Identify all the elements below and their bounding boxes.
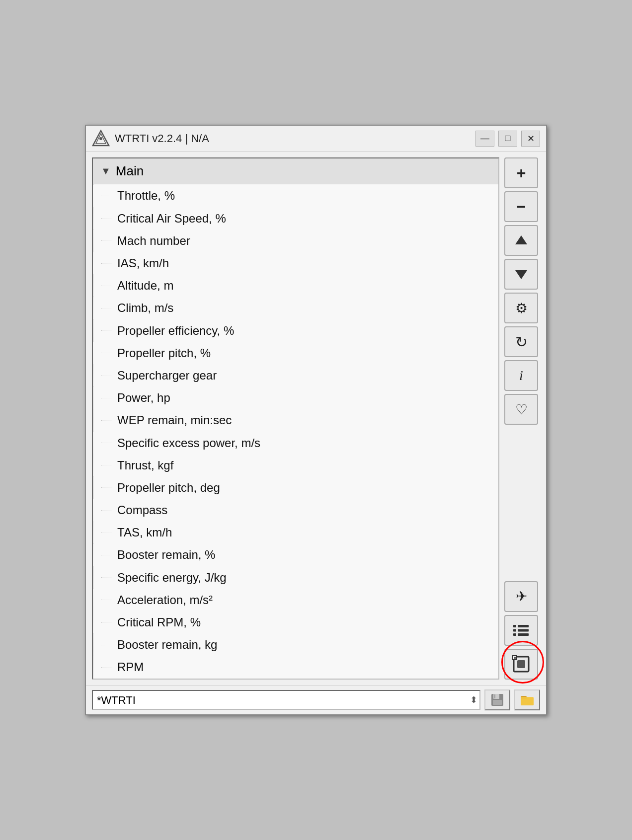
title-left: WTRTI v2.2.4 | N/A	[92, 130, 209, 148]
list-item[interactable]: Throttle, %	[93, 184, 498, 207]
airplane-button[interactable]: ✈	[504, 581, 538, 612]
main-area: ▼ Main Throttle, %Critical Air Speed, %M…	[86, 152, 546, 685]
svg-rect-19	[494, 694, 495, 698]
list-item[interactable]: Climb, m/s	[93, 297, 498, 319]
list-item[interactable]: Specific energy, J/kg	[93, 566, 498, 589]
capture-icon	[512, 655, 530, 673]
minimize-button[interactable]: —	[475, 131, 494, 147]
list-item[interactable]: Compass	[93, 499, 498, 521]
svg-rect-5	[513, 625, 516, 627]
list-item[interactable]: Propeller efficiency, %	[93, 319, 498, 342]
move-up-button[interactable]	[504, 225, 538, 256]
add-button[interactable]: +	[504, 157, 538, 188]
list-item[interactable]: WEP remain, min:sec	[93, 409, 498, 431]
right-toolbar: + − ⚙ ↻ i ♡ ✈	[504, 157, 540, 679]
svg-marker-4	[515, 270, 527, 279]
list-view-button[interactable]	[504, 615, 538, 646]
list-header-label: Main	[116, 163, 144, 179]
list-item[interactable]: Acceleration, m/s²	[93, 589, 498, 611]
svg-rect-10	[518, 633, 529, 636]
main-window: WTRTI v2.2.4 | N/A — □ ✕ ▼ Main Throttle…	[85, 125, 547, 715]
list-item[interactable]: Mach number	[93, 229, 498, 252]
favorite-button[interactable]: ♡	[504, 394, 538, 425]
list-item[interactable]: TAS, km/h	[93, 521, 498, 543]
svg-rect-9	[513, 633, 516, 636]
list-item[interactable]: IAS, km/h	[93, 252, 498, 274]
list-icon	[513, 623, 529, 637]
save-button[interactable]	[484, 689, 510, 710]
refresh-button[interactable]: ↻	[504, 326, 538, 357]
settings-button[interactable]: ⚙	[504, 293, 538, 323]
svg-rect-18	[493, 700, 502, 705]
svg-rect-17	[493, 694, 499, 699]
info-button[interactable]: i	[504, 360, 538, 391]
svg-rect-15	[514, 657, 516, 659]
svg-rect-6	[518, 625, 529, 627]
move-down-button[interactable]	[504, 259, 538, 290]
svg-rect-22	[521, 697, 534, 705]
chevron-up-icon	[514, 233, 528, 247]
list-item[interactable]: Specific excess power, m/s	[93, 432, 498, 454]
remove-button[interactable]: −	[504, 191, 538, 222]
svg-rect-7	[513, 629, 516, 631]
list-item[interactable]: Thrust, kgf	[93, 454, 498, 476]
capture-button-container	[504, 649, 540, 680]
list-item[interactable]: Booster remain, %	[93, 543, 498, 566]
list-item[interactable]: Critical RPM, %	[93, 611, 498, 633]
list-item[interactable]: Power, hp	[93, 386, 498, 409]
folder-icon	[520, 693, 534, 706]
maximize-button[interactable]: □	[498, 131, 517, 147]
capture-button[interactable]	[504, 649, 538, 680]
svg-rect-12	[517, 660, 525, 668]
profile-select-wrapper: *WTRTI ⬍	[92, 690, 480, 710]
list-item[interactable]: RPM	[93, 656, 498, 678]
open-folder-button[interactable]	[514, 689, 540, 710]
close-button[interactable]: ✕	[521, 131, 540, 147]
save-icon	[490, 693, 504, 707]
chevron-down-icon: ▼	[101, 165, 111, 177]
list-panel: ▼ Main Throttle, %Critical Air Speed, %M…	[92, 157, 499, 679]
bottom-bar: *WTRTI ⬍	[86, 686, 546, 714]
toolbar-spacer	[504, 428, 540, 578]
title-bar: WTRTI v2.2.4 | N/A — □ ✕	[86, 126, 546, 152]
title-controls: — □ ✕	[475, 131, 540, 147]
svg-rect-8	[518, 629, 529, 631]
list-item[interactable]: Booster remain, kg	[93, 633, 498, 656]
list-item[interactable]: Propeller pitch, %	[93, 342, 498, 364]
app-icon	[92, 130, 110, 148]
list-item[interactable]: Supercharger gear	[93, 364, 498, 386]
list-header[interactable]: ▼ Main	[93, 158, 498, 184]
list-item[interactable]: Altitude, m	[93, 274, 498, 297]
svg-marker-3	[515, 235, 527, 244]
svg-point-2	[99, 137, 102, 140]
window-title: WTRTI v2.2.4 | N/A	[115, 132, 209, 145]
list-item[interactable]: Propeller pitch, deg	[93, 476, 498, 499]
list-scroll-area[interactable]: Throttle, %Critical Air Speed, %Mach num…	[93, 184, 498, 678]
profile-select[interactable]: *WTRTI	[92, 690, 480, 710]
chevron-down-icon	[514, 267, 528, 281]
list-item[interactable]: Critical Air Speed, %	[93, 207, 498, 229]
